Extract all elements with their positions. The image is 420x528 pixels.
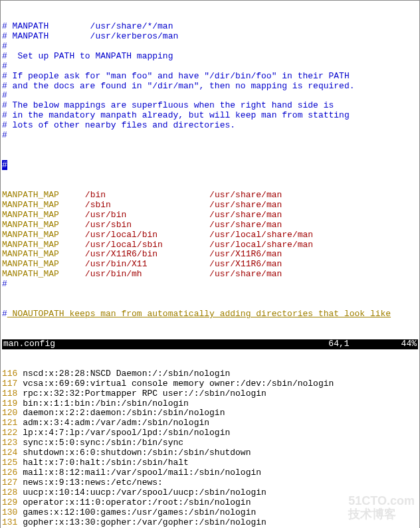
comment-line: # MANPATH /usr/share/*/man xyxy=(2,22,418,32)
comment-line: # xyxy=(2,280,418,290)
passwd-line: 125 halt:x:7:0:halt:/sbin:/sbin/halt xyxy=(2,458,418,468)
passwd-line: 128 uucp:x:10:14:uucp:/var/spool/uucp:/s… xyxy=(2,488,418,498)
map-path: /sbin xyxy=(85,200,209,210)
status-top-file: man.config xyxy=(3,339,55,349)
map-target: /usr/X11R6/man xyxy=(209,259,282,269)
line-content: vcsa:x:69:69:virtual console memory owne… xyxy=(23,379,334,389)
map-key: MANPATH_MAP xyxy=(2,230,59,240)
passwd-line: 122 lp:x:4:7:lp:/var/spool/lpd:/sbin/nol… xyxy=(2,428,418,438)
line-number: 121 xyxy=(2,418,23,428)
line-number: 118 xyxy=(2,389,23,398)
map-key: MANPATH_MAP xyxy=(2,220,59,230)
map-path: /usr/bin/mh xyxy=(85,269,209,279)
line-number: 116 xyxy=(2,369,23,379)
line-number: 124 xyxy=(2,448,23,458)
passwd-line: 131 gopher:x:13:30:gopher:/var/gopher:/s… xyxy=(2,518,418,528)
line-number: 117 xyxy=(2,379,23,389)
manpath-map-row: MANPATH_MAP /usr/bin /usr/share/man xyxy=(2,211,418,220)
manpath-map-row: MANPATH_MAP /usr/bin/X11 /usr/X11R6/man xyxy=(2,260,418,270)
passwd-line: 120 daemon:x:2:2:daemon:/sbin:/sbin/nolo… xyxy=(2,408,418,418)
manpath-map-row: MANPATH_MAP /usr/local/bin /usr/local/sh… xyxy=(2,230,418,240)
manpath-map-block: MANPATH_MAP /bin /usr/share/manMANPATH_M… xyxy=(2,191,418,290)
comment-line: # xyxy=(2,131,418,141)
map-target: /usr/share/man xyxy=(209,210,282,220)
map-key: MANPATH_MAP xyxy=(2,269,59,279)
comment-line: # in the mandatory manpath already, but … xyxy=(2,111,418,121)
map-path: /usr/local/bin xyxy=(85,230,209,240)
comment-line: # xyxy=(2,42,418,52)
noautopath-hash: # xyxy=(2,309,7,319)
map-path: /bin xyxy=(85,190,209,200)
passwd-line: 116 nscd:x:28:28:NSCD Daemon:/:/sbin/nol… xyxy=(2,369,418,379)
map-key: MANPATH_MAP xyxy=(2,249,59,259)
comment-line: # Set up PATH to MANPATH mapping xyxy=(2,52,418,62)
line-number: 123 xyxy=(2,438,23,448)
line-content: news:x:9:13:news:/etc/news: xyxy=(23,478,163,487)
map-target: /usr/share/man xyxy=(209,190,282,200)
map-path: /usr/bin/X11 xyxy=(85,259,209,269)
map-target: /usr/local/share/man xyxy=(209,240,313,250)
map-key: MANPATH_MAP xyxy=(2,190,59,200)
line-number: 128 xyxy=(2,487,23,497)
line-number: 129 xyxy=(2,497,23,507)
line-number: 120 xyxy=(2,408,23,418)
comment-block: # MANPATH /usr/share/*/man# MANPATH /usr… xyxy=(2,22,418,141)
passwd-line: 129 operator:x:11:0:operator:/root:/sbin… xyxy=(2,498,418,508)
passwd-line: 130 games:x:12:100:games:/usr/games:/sbi… xyxy=(2,508,418,518)
line-number: 125 xyxy=(2,458,23,468)
passwd-line: 126 mail:x:8:12:mail:/var/spool/mail:/sb… xyxy=(2,468,418,478)
map-key: MANPATH_MAP xyxy=(2,200,59,210)
line-content: operator:x:11:0:operator:/root:/sbin/nol… xyxy=(23,497,251,507)
map-path: /usr/local/sbin xyxy=(85,240,209,250)
comment-line: # and the docs are found in "/dir/man", … xyxy=(2,82,418,92)
cursor-hash: # xyxy=(2,160,7,170)
map-key: MANPATH_MAP xyxy=(2,240,59,250)
line-content: lp:x:4:7:lp:/var/spool/lpd:/sbin/nologin xyxy=(23,428,230,438)
passwd-block: 116 nscd:x:28:28:NSCD Daemon:/:/sbin/nol… xyxy=(2,369,418,528)
manpath-map-row: MANPATH_MAP /usr/sbin /usr/share/man xyxy=(2,220,418,230)
line-number: 131 xyxy=(2,517,23,527)
line-content: halt:x:7:0:halt:/sbin:/sbin/halt xyxy=(23,458,189,468)
line-number: 119 xyxy=(2,398,23,408)
map-key: MANPATH_MAP xyxy=(2,259,59,269)
status-line-top: man.config64,1 44% xyxy=(2,339,418,349)
comment-line: # xyxy=(2,91,418,101)
comment-line: # xyxy=(2,62,418,72)
line-content: uucp:x:10:14:uucp:/var/spool/uucp:/sbin/… xyxy=(23,487,266,497)
line-content: gopher:x:13:30:gopher:/var/gopher:/sbin/… xyxy=(23,517,266,527)
status-top-pct: 44% xyxy=(401,339,417,349)
manpath-map-row: MANPATH_MAP /usr/X11R6/bin /usr/X11R6/ma… xyxy=(2,250,418,260)
map-target: /usr/share/man xyxy=(209,200,282,210)
status-top-pos: 64,1 xyxy=(328,339,349,349)
line-number: 127 xyxy=(2,478,23,487)
terminal[interactable]: # MANPATH /usr/share/*/man# MANPATH /usr… xyxy=(0,0,420,528)
passwd-line: 118 rpc:x:32:32:Portmapper RPC user:/:/s… xyxy=(2,389,418,399)
passwd-line: 119 bin:x:1:1:bin:/bin:/sbin/nologin xyxy=(2,399,418,409)
line-content: shutdown:x:6:0:shutdown:/sbin:/sbin/shut… xyxy=(23,448,251,458)
comment-line: # MANPATH /usr/kerberos/man xyxy=(2,32,418,42)
line-number: 122 xyxy=(2,428,23,438)
manpath-map-row: MANPATH_MAP /sbin /usr/share/man xyxy=(2,201,418,211)
passwd-line: 127 news:x:9:13:news:/etc/news: xyxy=(2,478,418,488)
line-number: 126 xyxy=(2,468,23,478)
line-content: adm:x:3:4:adm:/var/adm:/sbin/nologin xyxy=(23,418,209,428)
line-content: games:x:12:100:games:/usr/games:/sbin/no… xyxy=(23,507,256,517)
line-content: daemon:x:2:2:daemon:/sbin:/sbin/nologin xyxy=(23,408,225,418)
passwd-line: 117 vcsa:x:69:69:virtual console memory … xyxy=(2,379,418,389)
passwd-line: 121 adm:x:3:4:adm:/var/adm:/sbin/nologin xyxy=(2,418,418,428)
noautopath-text: NOAUTOPATH keeps man from automatically … xyxy=(7,309,391,319)
line-content: mail:x:8:12:mail:/var/spool/mail:/sbin/n… xyxy=(23,468,261,478)
passwd-line: 123 sync:x:5:0:sync:/sbin:/bin/sync xyxy=(2,438,418,448)
manpath-map-row: MANPATH_MAP /usr/bin/mh /usr/share/man xyxy=(2,270,418,280)
manpath-map-row: MANPATH_MAP /bin /usr/share/man xyxy=(2,191,418,201)
map-path: /usr/X11R6/bin xyxy=(85,249,209,259)
comment-line: # The below mappings are superfluous whe… xyxy=(2,101,418,111)
map-key: MANPATH_MAP xyxy=(2,210,59,220)
passwd-line: 124 shutdown:x:6:0:shutdown:/sbin:/sbin/… xyxy=(2,448,418,458)
line-content: bin:x:1:1:bin:/bin:/sbin/nologin xyxy=(23,398,189,408)
map-path: /usr/bin xyxy=(85,210,209,220)
line-number: 130 xyxy=(2,507,23,517)
comment-line: # If people ask for "man foo" and have "… xyxy=(2,72,418,82)
comment-line: # lots of other nearby files and directo… xyxy=(2,121,418,131)
map-target: /usr/share/man xyxy=(209,269,282,279)
